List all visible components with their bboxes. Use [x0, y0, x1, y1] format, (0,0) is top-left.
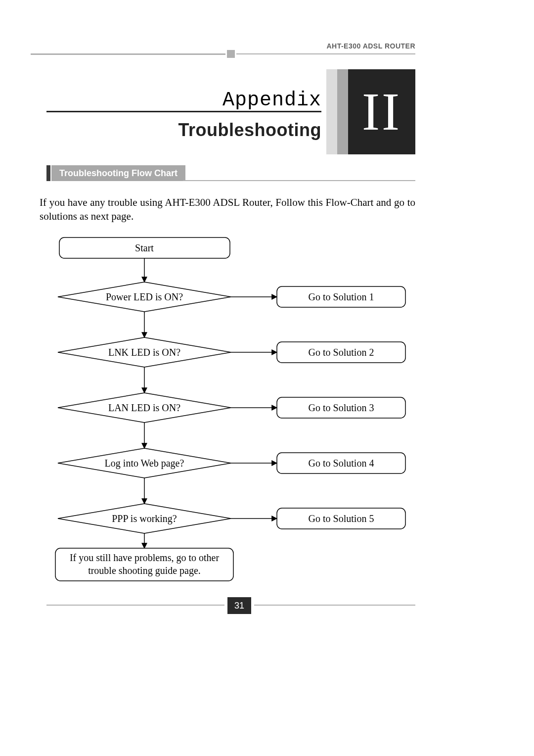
chapter-title: Troubleshooting: [178, 120, 321, 141]
flow-end-line1: If you still have problems, go to other: [70, 552, 220, 564]
section-tab-accent: [46, 165, 50, 181]
flow-decision-label-2: LAN LED is ON?: [108, 402, 180, 413]
flow-start-label: Start: [135, 242, 154, 253]
flow-solution-label-2: Go to Solution 3: [309, 402, 374, 413]
section-tab-label: Troubleshooting Flow Chart: [51, 165, 185, 181]
page-number: 31: [224, 597, 254, 614]
chapter-label: Appendix: [222, 89, 321, 111]
chapter-rule: [46, 111, 321, 112]
flow-decision-label-0: Power LED is ON?: [106, 291, 183, 302]
flow-solution-label-4: Go to Solution 5: [309, 513, 374, 524]
flow-decision-label-3: Log into Web page?: [105, 458, 184, 469]
flow-solution-label-3: Go to Solution 4: [309, 458, 374, 469]
header-rule-right: [233, 53, 415, 54]
header-rule-left: [31, 53, 225, 55]
section-tab-rule: [183, 180, 415, 181]
section-tab: Troubleshooting Flow Chart: [46, 165, 185, 181]
flow-solution-label-1: Go to Solution 2: [309, 347, 374, 358]
product-name: AHT-E300 ADSL ROUTER: [326, 42, 415, 50]
chapter-banner: II: [326, 69, 415, 154]
flow-decision-label-1: LNK LED is ON?: [108, 347, 180, 358]
flow-solution-label-0: Go to Solution 1: [309, 291, 374, 302]
troubleshooting-flowchart: Start Power LED is ON?Go to Solution 1LN…: [40, 233, 425, 594]
header-bumper: [225, 50, 236, 58]
chapter-shade-mid: [337, 69, 348, 154]
chapter-shade-light: [326, 69, 337, 154]
flow-decision-label-4: PPP is working?: [112, 513, 177, 524]
intro-paragraph: If you have any trouble using AHT-E300 A…: [40, 195, 415, 224]
flow-end-line2: trouble shooting guide page.: [88, 565, 201, 576]
chapter-number: II: [348, 69, 415, 154]
